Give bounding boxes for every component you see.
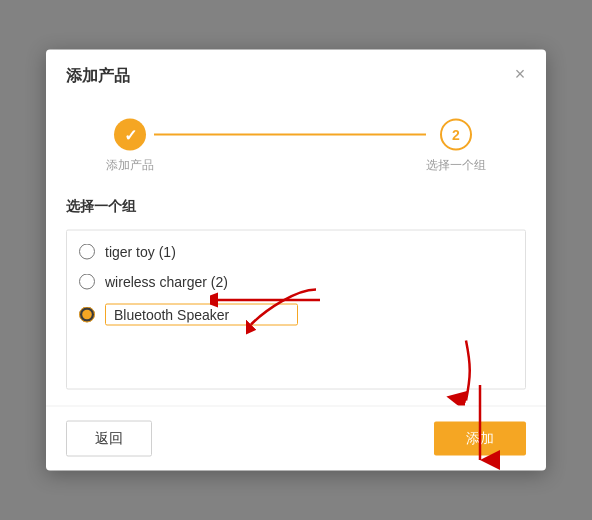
stepper: ✓ 添加产品 2 选择一个组 xyxy=(46,99,546,190)
selected-option-input[interactable] xyxy=(105,304,298,326)
radio-option-1[interactable] xyxy=(79,244,95,260)
step-1-circle: ✓ xyxy=(114,119,146,151)
step-2-circle: 2 xyxy=(440,119,472,151)
close-button[interactable]: × xyxy=(510,64,530,84)
back-button[interactable]: 返回 xyxy=(66,421,152,457)
dialog-title: 添加产品 xyxy=(66,66,130,87)
step-1: ✓ 添加产品 xyxy=(106,119,154,174)
step-1-label: 添加产品 xyxy=(106,157,154,174)
dialog-footer: 返回 添加 xyxy=(46,406,546,471)
dialog-body: 选择一个组 tiger toy (1) wireless charger (2) xyxy=(46,190,546,406)
list-item[interactable]: wireless charger (2) xyxy=(67,267,525,297)
step-connector xyxy=(154,134,426,136)
option-2-label[interactable]: wireless charger (2) xyxy=(105,274,228,290)
list-item[interactable]: tiger toy (1) xyxy=(67,237,525,267)
dialog-header: 添加产品 × xyxy=(46,50,546,99)
radio-option-2[interactable] xyxy=(79,274,95,290)
list-item[interactable] xyxy=(67,297,525,333)
step-2-number: 2 xyxy=(452,127,460,143)
dialog: 添加产品 × ✓ 添加产品 2 选择一个组 选择一个组 tiger toy (1… xyxy=(46,50,546,471)
add-button[interactable]: 添加 xyxy=(434,422,526,456)
options-list[interactable]: tiger toy (1) wireless charger (2) xyxy=(66,230,526,390)
checkmark-icon: ✓ xyxy=(124,125,137,144)
step-2-label: 选择一个组 xyxy=(426,157,486,174)
option-1-label[interactable]: tiger toy (1) xyxy=(105,244,176,260)
step-2: 2 选择一个组 xyxy=(426,119,486,174)
section-title: 选择一个组 xyxy=(66,198,526,216)
radio-option-3[interactable] xyxy=(79,307,95,323)
